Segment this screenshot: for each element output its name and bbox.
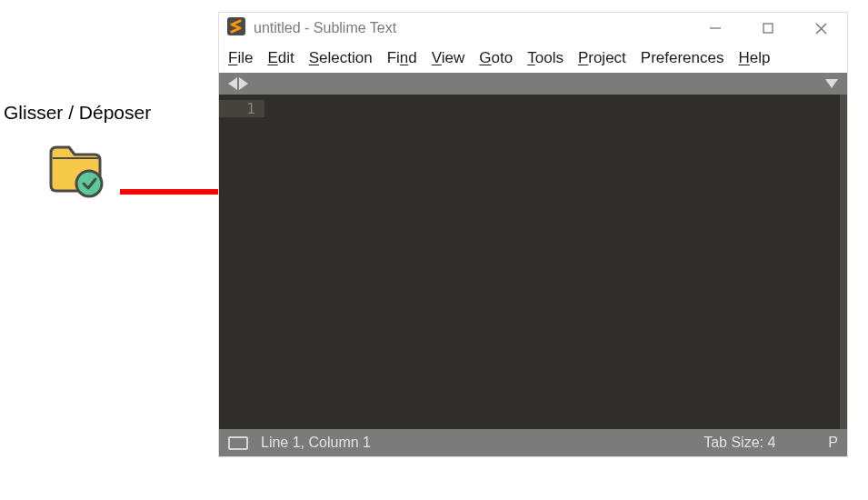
tab-prev-icon[interactable] bbox=[228, 77, 237, 90]
active-line bbox=[264, 100, 840, 118]
text-editor[interactable] bbox=[264, 95, 847, 429]
tab-nav bbox=[228, 77, 248, 90]
tab-strip bbox=[219, 73, 847, 95]
menu-tools[interactable]: Tools bbox=[527, 49, 564, 67]
menu-project[interactable]: Project bbox=[578, 49, 626, 67]
maximize-button[interactable] bbox=[742, 13, 794, 44]
menu-preferences[interactable]: Preferences bbox=[641, 49, 724, 67]
menu-selection[interactable]: Selection bbox=[309, 49, 373, 67]
sublime-window: untitled - Sublime Text File Edit Select… bbox=[218, 12, 848, 457]
close-button[interactable] bbox=[794, 13, 847, 44]
panel-icon[interactable] bbox=[228, 436, 248, 450]
status-tab-size[interactable]: Tab Size: 4 bbox=[703, 435, 775, 451]
gutter: 1 bbox=[219, 95, 264, 429]
menu-goto[interactable]: Goto bbox=[479, 49, 513, 67]
editor-area: 1 bbox=[219, 95, 847, 429]
statusbar: Line 1, Column 1 Tab Size: 4 P bbox=[219, 429, 847, 456]
status-position[interactable]: Line 1, Column 1 bbox=[261, 435, 371, 451]
menu-help[interactable]: Help bbox=[739, 49, 771, 67]
svg-rect-5 bbox=[763, 24, 773, 33]
menu-view[interactable]: View bbox=[432, 49, 465, 67]
tab-next-icon[interactable] bbox=[239, 77, 248, 90]
tab-menu-icon[interactable] bbox=[825, 79, 838, 88]
window-controls bbox=[689, 13, 847, 44]
menu-find[interactable]: Find bbox=[387, 49, 417, 67]
annotation-label: Glisser / Déposer bbox=[0, 102, 218, 124]
vertical-scrollbar[interactable] bbox=[840, 95, 847, 429]
svg-point-0 bbox=[76, 171, 102, 196]
titlebar: untitled - Sublime Text bbox=[219, 13, 847, 44]
app-icon bbox=[226, 16, 246, 40]
menu-file[interactable]: File bbox=[228, 49, 253, 67]
menubar: File Edit Selection Find View Goto Tools… bbox=[219, 44, 847, 73]
window-title: untitled - Sublime Text bbox=[254, 20, 689, 36]
line-number: 1 bbox=[219, 100, 264, 117]
menu-edit[interactable]: Edit bbox=[267, 49, 294, 67]
minimize-button[interactable] bbox=[689, 13, 742, 44]
status-syntax[interactable]: P bbox=[828, 435, 838, 451]
